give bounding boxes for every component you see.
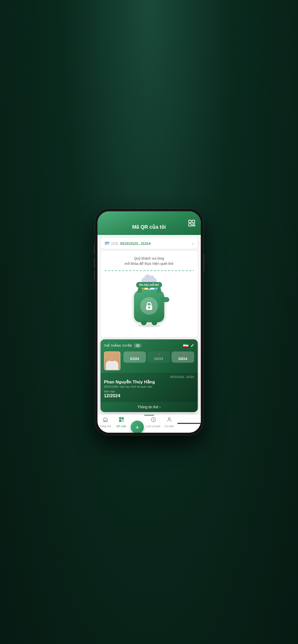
svg-rect-1 [192, 220, 195, 223]
mascot-paws [141, 321, 157, 325]
svg-rect-2 [189, 224, 191, 226]
svg-point-24 [168, 418, 170, 419]
nav-active-indicator [144, 415, 154, 416]
card-count-label: (1/2) [112, 242, 118, 245]
arrow-right-icon: › [159, 405, 161, 409]
month-label-2: 02/24 [154, 357, 163, 361]
month-btn-3[interactable]: 📌 03/24 [172, 351, 194, 363]
home-icon [103, 417, 108, 424]
card-info-link-label: Thông tin thẻ [138, 405, 158, 409]
card-type-label: THẺ THẮNG TUYẾN [104, 344, 132, 347]
nav-label-home: Trang chủ [100, 425, 111, 428]
month-btn-1[interactable]: 📌 01/24 [123, 351, 146, 363]
speech-bubble: Xin hãy mở tôi! [136, 282, 162, 288]
nav-item-home[interactable]: Trang chủ [97, 417, 113, 428]
mascot-tail [160, 297, 169, 302]
lock-icon [144, 301, 154, 311]
nav-items-row: Trang chủ [97, 417, 177, 428]
home-indicator [177, 423, 201, 424]
nav-item-qr[interactable]: QR code [113, 417, 129, 428]
card-number-display: 021313123...31314 [120, 242, 151, 246]
user-info: 30/01/1996 • Đại học Kinh tế quốc dân [104, 385, 194, 388]
expiry-row: Niên hạn 12/2024 [104, 390, 194, 398]
card-middle: 📌 01/24 📌 02/24 📌 03/24 [104, 351, 194, 370]
card-account-number: 021313123...31314 [104, 375, 194, 378]
dashed-divider [105, 270, 194, 271]
card-selector[interactable]: 🪪 (1/2) 021313123...31314 › [101, 238, 198, 249]
header: Mã QR của tôi [97, 211, 201, 235]
bottom-nav: Trang chủ [97, 415, 201, 433]
card-bottom: 021313123...31314 Phan Nguyễn Thúy Hằng … [101, 373, 198, 402]
svg-rect-16 [120, 418, 120, 419]
scan-icon[interactable] [188, 219, 196, 227]
user-name: Phan Nguyễn Thúy Hằng [104, 379, 194, 385]
flag-icon: 🇮🇷 [183, 343, 188, 348]
svg-rect-11 [149, 307, 149, 309]
nav-label-profile: Cá nhân [164, 425, 174, 428]
person-icon [167, 417, 172, 424]
svg-rect-17 [122, 418, 123, 419]
lock-section: Quý khách vui lòng mở khóa để thực hiện … [101, 251, 198, 337]
page-title: Mã QR của tôi [132, 224, 166, 230]
check-icon: ✓ [190, 343, 194, 348]
fab-button[interactable]: + [131, 421, 144, 433]
month-label-1: 01/24 [130, 357, 139, 361]
phone-frame: Mã QR của tôi 🪪 [95, 209, 203, 435]
svg-line-22 [123, 421, 123, 422]
expiry-label: Niên hạn [104, 390, 120, 393]
svg-rect-0 [189, 220, 191, 223]
mascot: 😢 💧 Xin hãy mở tôi! [134, 275, 164, 332]
card-icon: 🪪 [105, 241, 110, 246]
qr-code-icon [119, 417, 124, 424]
user-photo [104, 351, 120, 370]
phone-screen: Mã QR của tôi 🪪 [97, 211, 201, 433]
main-content: 🪪 (1/2) 021313123...31314 › Quý khách vu… [97, 235, 201, 415]
clock-icon [151, 417, 156, 424]
nav-label-history: Lịch sử quét [146, 425, 160, 428]
member-card: THẺ THẮNG TUYẾN 32 🇮🇷 ✓ [101, 339, 198, 412]
svg-rect-12 [105, 420, 106, 422]
mascot-body: Xin hãy mở tôi! [134, 290, 164, 322]
svg-rect-18 [120, 421, 120, 421]
nav-item-history[interactable]: Lịch sử quét [145, 417, 161, 428]
lock-message: Quý khách vui lòng mở khóa để thực hiện … [124, 256, 173, 266]
expiry-value: 12/2024 [104, 393, 120, 398]
month-btn-2[interactable]: 📌 02/24 [147, 351, 170, 363]
card-number-badge: 32 [134, 343, 141, 348]
month-buttons: 📌 01/24 📌 02/24 📌 03/24 [123, 351, 194, 363]
lock-circle [140, 297, 158, 315]
card-selector-left: 🪪 (1/2) 021313123...31314 [105, 241, 151, 246]
chevron-down-icon: › [192, 241, 193, 246]
nav-item-profile[interactable]: Cá nhân [161, 417, 177, 428]
card-info-link[interactable]: Thông tin thẻ › [104, 402, 194, 412]
month-label-3: 03/24 [178, 357, 187, 361]
card-top-row: THẺ THẮNG TUYẾN 32 🇮🇷 ✓ [104, 343, 194, 348]
nav-label-qr: QR code [116, 425, 126, 428]
